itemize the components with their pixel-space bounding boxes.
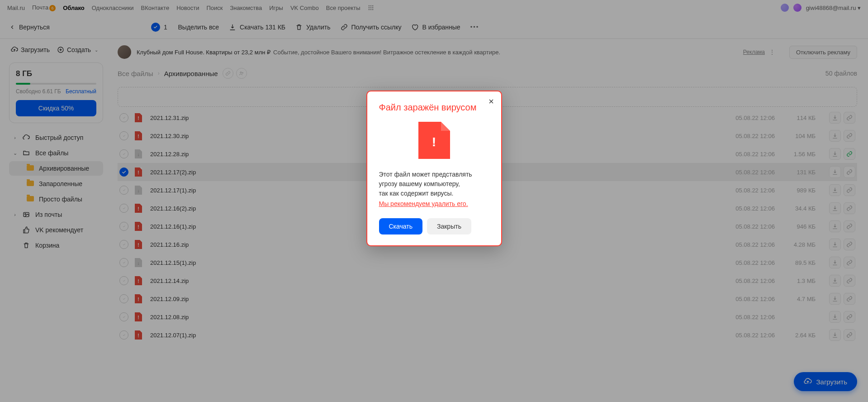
modal-delete-recommendation-link[interactable]: Мы рекомендуем удалить его. — [379, 200, 489, 207]
infected-file-icon: ! — [418, 122, 450, 159]
modal-title: Файл заражён вирусом — [379, 102, 489, 113]
modal-close-text-button[interactable]: Закрыть — [427, 218, 471, 234]
modal-body-text: Этот файл может представлять угрозу ваше… — [379, 170, 489, 198]
virus-warning-modal: Файл заражён вирусом ! Этот файл может п… — [366, 91, 502, 246]
modal-close-button[interactable] — [488, 98, 495, 105]
modal-download-button[interactable]: Скачать — [379, 218, 423, 234]
